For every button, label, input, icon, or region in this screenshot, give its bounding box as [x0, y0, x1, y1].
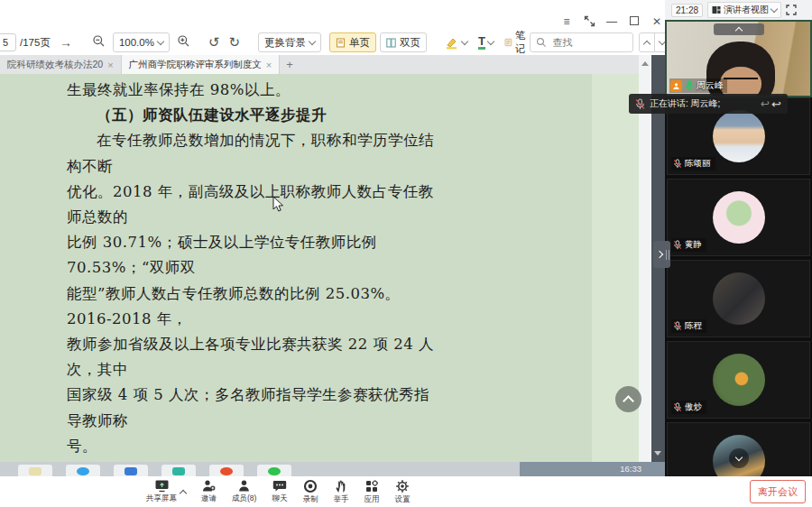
search-input[interactable] [551, 36, 627, 49]
chat-icon [272, 479, 287, 493]
view-mode-dropdown[interactable]: 演讲者视图 [707, 2, 781, 18]
taskbar: 16:33 [0, 462, 665, 476]
raise-hand-button[interactable]: 举手 [333, 479, 348, 505]
pdf-tab-bar: 院科研绩效考核办法20 × 广州商学院职称评审系列制度文 × + [0, 55, 665, 74]
video-panel-header: 21:28 演讲者视图 [665, 0, 812, 20]
taskbar-app-icon[interactable] [66, 465, 100, 476]
search-prev-button[interactable] [640, 33, 654, 51]
text-tool[interactable]: T [478, 35, 494, 50]
zoom-in-icon[interactable] [177, 34, 190, 51]
participant-avatar [713, 272, 765, 325]
apps-icon [364, 479, 379, 493]
tab-close-icon[interactable]: × [266, 60, 272, 70]
presenter-badge-icon [670, 80, 682, 92]
doc-line: 生最终就业率保持在 98%以上。 [67, 78, 440, 103]
mic-active-icon [685, 80, 694, 91]
document-page: 生最终就业率保持在 98%以上。（五）师资队伍建设水平逐步提升在专任教师总数增加… [0, 74, 639, 462]
taskbar-app-icon[interactable] [18, 465, 52, 476]
tab-document-1[interactable]: 院科研绩效考核办法20 × [0, 55, 122, 74]
rotate-left-icon[interactable]: ↺ [208, 34, 220, 51]
doc-line: 比例 30.71%；硕士及以上学位专任教师比例 70.53%；“双师双 [67, 230, 440, 281]
scroll-down-arrow-icon[interactable] [654, 451, 661, 456]
fullscreen-icon[interactable] [786, 5, 797, 15]
participant-name-label: 陈程 [671, 319, 706, 333]
speaking-toast: 正在讲话: 周云峰; ↩ ↩ [629, 94, 788, 114]
zoom-out-icon[interactable] [92, 34, 106, 51]
taskbar-app-icon[interactable] [161, 465, 196, 476]
taskbar-app-icon[interactable] [209, 465, 244, 476]
new-tab-button[interactable]: + [280, 55, 300, 74]
menu-icon[interactable]: ≡ [559, 15, 574, 28]
search-box[interactable] [530, 32, 633, 52]
layout-icon [712, 5, 721, 14]
participant-avatar [713, 110, 765, 162]
settings-gear-icon [395, 479, 410, 493]
leave-meeting-button[interactable]: 离开会议 [750, 480, 806, 503]
members-button[interactable]: 成员(8) [232, 479, 256, 504]
taskbar-app-icon[interactable] [257, 465, 291, 476]
settings-button[interactable]: 设置 [394, 479, 410, 505]
mouse-cursor [272, 196, 284, 213]
go-to-page-arrow-icon[interactable]: → [60, 35, 72, 50]
scroll-to-top-button[interactable] [615, 386, 641, 412]
participant-tiles: 陈颂丽黄静陈程傲炒 [665, 97, 812, 476]
scroll-up-arrow-icon[interactable] [641, 61, 649, 66]
shared-screen-pdf-window: ≡ — ✕ /175页 → 100.0% [0, 0, 665, 462]
mic-muted-icon [635, 98, 645, 110]
record-button[interactable]: 录制 [302, 479, 318, 505]
single-page-toggle[interactable]: 单页 [329, 32, 376, 52]
meeting-app-window: ≡ — ✕ /175页 → 100.0% [0, 0, 812, 507]
page-number-input[interactable] [0, 33, 16, 51]
highlighter-tool[interactable] [445, 36, 467, 50]
mic-muted-icon [673, 240, 682, 250]
participants-scroll-down-button[interactable] [729, 448, 749, 468]
doc-line: （五）师资队伍建设水平逐步提升 [67, 103, 440, 128]
members-icon [237, 479, 251, 493]
mic-muted-icon [673, 321, 682, 331]
taskbar-app-icon[interactable] [114, 465, 148, 476]
apps-button[interactable]: 应用 [364, 479, 379, 505]
collapse-video-button[interactable] [714, 23, 764, 35]
expand-arrows-icon[interactable] [582, 15, 596, 28]
participant-avatar [713, 354, 765, 406]
meeting-timer: 21:28 [671, 4, 703, 17]
participant-name-label: 陈颂丽 [671, 157, 715, 171]
rotate-right-icon[interactable]: ↻ [228, 34, 240, 51]
participant-tile[interactable]: 黄静 [667, 179, 810, 256]
share-screen-button[interactable]: 共享屏幕 [146, 479, 177, 504]
speaker-name-label: 周云峰 [669, 78, 727, 93]
pdf-window-controls: ≡ — ✕ [559, 15, 664, 28]
active-speaker-video[interactable]: 周云峰 [665, 20, 812, 97]
zoom-level-dropdown[interactable]: 100.0% [113, 32, 170, 52]
invite-button[interactable]: 邀请 [201, 479, 217, 504]
chat-button[interactable]: 聊天 [272, 479, 287, 504]
participant-name-label: 黄静 [671, 238, 706, 252]
restore-button[interactable] [627, 15, 641, 28]
reply-arrow-icon[interactable]: ↩ [761, 97, 770, 110]
tab-close-icon[interactable]: × [107, 60, 113, 70]
doc-line: 在专任教师总数增加的情况下，职称和学历学位结构不断 [67, 128, 440, 179]
mic-muted-icon [673, 159, 682, 169]
sidebar-collapse-handle[interactable] [653, 241, 670, 268]
participant-tile[interactable]: 陈程 [667, 260, 810, 337]
document-text: 生最终就业率保持在 98%以上。（五）师资队伍建设水平逐步提升在专任教师总数增加… [67, 78, 440, 462]
invite-icon [201, 479, 217, 493]
doc-line: 教师参加省级及以上各项专业比赛共获奖 22 项 24 人次，其中 [67, 332, 440, 383]
minimize-button[interactable]: — [604, 15, 619, 28]
reply-arrow-icon[interactable]: ↩ [771, 97, 781, 111]
participant-name-label: 傲炒 [671, 401, 706, 414]
change-background-button[interactable]: 更换背景 [258, 32, 321, 52]
share-options-chevron-icon[interactable] [180, 489, 187, 496]
double-page-toggle[interactable]: 双页 [380, 32, 427, 52]
doc-line: 国家级 4 项 5 人次；多名教师指导学生参赛获优秀指导教师称 [67, 383, 440, 433]
tab-document-2[interactable]: 广州商学院职称评审系列制度文 × [122, 55, 280, 74]
doc-line: 能型”教师人数占专任教师总数的比例 25.03%。2016-2018 年， [67, 281, 440, 332]
notes-button[interactable]: 笔记 [504, 29, 530, 56]
meeting-bottom-toolbar: 共享屏幕 邀请 成员(8) 聊天 [0, 476, 812, 507]
taskbar-clock: 16:33 [520, 462, 665, 476]
page-total-label: /175页 [20, 36, 51, 50]
close-button[interactable]: ✕ [650, 15, 664, 28]
share-screen-icon [154, 479, 170, 493]
participant-tile[interactable]: 傲炒 [667, 341, 810, 419]
pdf-toolbar: /175页 → 100.0% ↺ ↻ 更换背景 [0, 30, 665, 55]
